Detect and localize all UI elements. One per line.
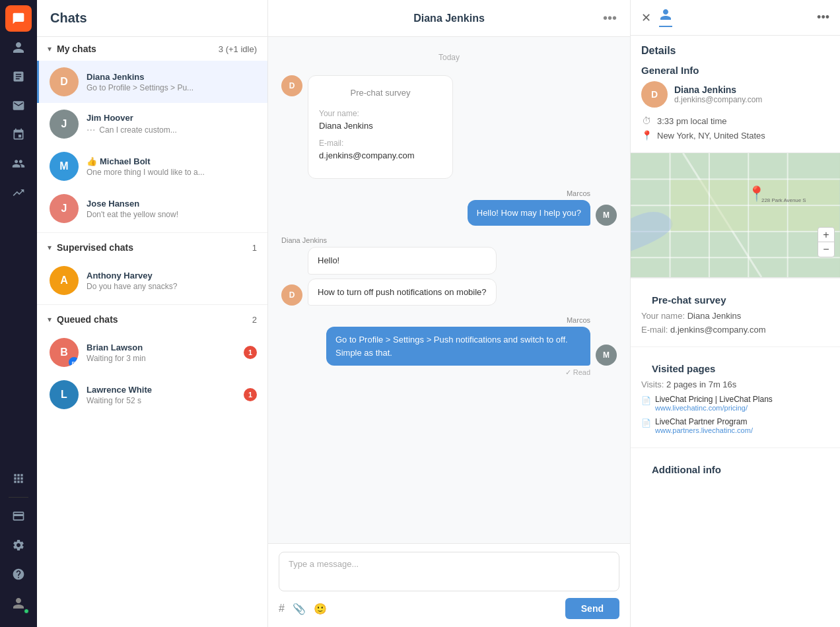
close-panel-button[interactable]: ✕ — [641, 11, 651, 25]
page2-url[interactable]: www.partners.livechatinc.com/ — [655, 426, 753, 434]
pre-chat-survey-section: Pre-chat survey Your name: Diana Jenkins… — [631, 278, 840, 346]
chat-item-jose[interactable]: J Jose Hansen Don't eat the yellow snow! — [37, 187, 267, 230]
msg-sender-diana: Diana Jenkins — [281, 236, 327, 244]
user-status[interactable] — [5, 590, 32, 616]
map-image: 228 Park Avenue S 📍 — [631, 153, 840, 277]
chat-name-jim: Jim Hoover — [87, 113, 257, 123]
avatar-brian: B m — [50, 338, 79, 367]
pre-chat-email-val: d.jenkins@company.com — [670, 325, 765, 335]
survey-bubble: Pre-chat survey Your name: Diana Jenkins… — [308, 75, 453, 179]
svg-rect-12 — [671, 206, 709, 231]
badge-brian: 1 — [244, 346, 257, 359]
chat-preview-jim: ··· Can I create custom... — [87, 124, 257, 136]
chat-info-michael: 👍 Michael Bolt One more thing I would li… — [87, 156, 257, 177]
supervised-chats-header[interactable]: ▾ Supervised chats 1 — [37, 236, 267, 259]
chat-name-brian: Brian Lawson — [87, 343, 244, 352]
visits-summary: Visits: 2 pages in 7m 16s — [641, 380, 829, 389]
panel-more-button[interactable]: ••• — [817, 11, 829, 24]
survey-name-label: Your name: — [319, 108, 442, 119]
read-status: ✓ Read — [565, 368, 590, 377]
chat-item-lawrence[interactable]: L Lawrence White Waiting for 52 s 1 — [37, 374, 267, 416]
map-container: 228 Park Avenue S 📍 + − — [631, 152, 840, 278]
map-pin: 📍 — [748, 185, 765, 203]
page-title: Chats — [50, 11, 254, 26]
map-zoom-in[interactable]: + — [818, 228, 834, 242]
survey-email-label: E-mail: — [319, 137, 442, 149]
nav-settings[interactable] — [5, 532, 32, 558]
chat-item-jim[interactable]: J Jim Hoover ··· Can I create custom... — [37, 103, 267, 145]
attachment-tool[interactable]: 📎 — [293, 603, 306, 615]
msg-avatar-diana: D — [281, 284, 302, 306]
map-zoom-out[interactable]: − — [818, 242, 834, 257]
user-name: Diana Jenkins — [674, 84, 762, 95]
nav-apps[interactable] — [5, 465, 32, 492]
survey-title: Pre-chat survey — [319, 86, 442, 100]
page1-url[interactable]: www.livechatinc.com/pricing/ — [655, 404, 773, 412]
input-placeholder: Type a message... — [289, 559, 359, 569]
nav-campaigns[interactable] — [5, 121, 32, 148]
pre-chat-email-row: E-mail: d.jenkins@company.com — [641, 325, 829, 335]
nav-tickets[interactable] — [5, 92, 32, 119]
visited-title: Visited pages — [641, 355, 829, 380]
svg-rect-11 — [710, 180, 748, 205]
additional-info-section: Additional info — [631, 447, 840, 488]
chat-info-diana: Diana Jenkins Go to Profile > Settings >… — [87, 72, 257, 92]
messages-area: Today D Pre-chat survey Your name: Diana… — [268, 37, 630, 543]
send-button[interactable]: Send — [565, 598, 619, 619]
supervised-chats-count: 1 — [252, 243, 257, 253]
pre-chat-name-label: Your name: — [641, 311, 685, 321]
supervised-chats-chevron: ▾ — [48, 243, 52, 252]
general-info-section: General Info D Diana Jenkins d.jenkins@c… — [631, 62, 840, 152]
chat-item-michael[interactable]: M 👍 Michael Bolt One more thing I would … — [37, 145, 267, 187]
avatar-diana: D — [50, 67, 79, 96]
nav-analytics[interactable] — [5, 180, 32, 206]
message-input-area: Type a message... # 📎 🙂 Send — [268, 543, 630, 627]
hashtag-tool[interactable]: # — [279, 603, 285, 615]
profile-tab-button[interactable] — [659, 8, 672, 27]
general-info-title: General Info — [641, 65, 829, 81]
avatar-lawrence: L — [50, 380, 79, 409]
nav-agents[interactable] — [5, 34, 32, 61]
chat-info-anthony: Anthony Harvey Do you have any snacks? — [87, 271, 257, 291]
nav-help[interactable] — [5, 561, 32, 587]
queued-chats-header[interactable]: ▾ Queued chats 2 — [37, 308, 267, 331]
nav-chats[interactable] — [5, 5, 32, 32]
page2-title: LiveChat Partner Program — [655, 417, 753, 426]
survey-email-value: d.jenkins@company.com — [319, 149, 442, 162]
emoji-tool[interactable]: 🙂 — [314, 603, 327, 615]
page-item-2: 📄 LiveChat Partner Program www.partners.… — [641, 417, 829, 434]
nav-reports[interactable] — [5, 63, 32, 90]
page-info-1: LiveChat Pricing | LiveChat Plans www.li… — [655, 395, 773, 412]
chat-info-jose: Jose Hansen Don't eat the yellow snow! — [87, 199, 257, 219]
chat-item-anthony[interactable]: A Anthony Harvey Do you have any snacks? — [37, 259, 267, 302]
chat-more-button[interactable]: ••• — [603, 11, 617, 26]
msg-group-diana-1: Diana Jenkins D Hello! How to turn off p… — [281, 236, 617, 306]
user-email: d.jenkins@company.com — [674, 95, 762, 104]
my-chats-header[interactable]: ▾ My chats 3 (+1 idle) — [37, 37, 267, 61]
nav-visitors[interactable] — [5, 150, 32, 177]
my-chats-count: 3 (+1 idle) — [219, 44, 257, 54]
msg-sender-marcos-2: Marcos — [567, 316, 590, 324]
chat-item-brian[interactable]: B m Brian Lawson Waiting for 3 min 1 — [37, 331, 267, 374]
chat-name-lawrence: Lawrence White — [87, 385, 244, 395]
msg-sender-marcos-1: Marcos — [567, 189, 590, 197]
visited-pages-section: Visited pages Visits: 2 pages in 7m 16s … — [631, 346, 840, 447]
page-info-2: LiveChat Partner Program www.partners.li… — [655, 417, 753, 434]
chat-preview-jose: Don't eat the yellow snow! — [87, 210, 257, 219]
nav-billing[interactable] — [5, 503, 32, 529]
my-chats-label: My chats — [57, 44, 219, 54]
avatar-michael: M — [50, 152, 79, 181]
queued-chats-label: Queued chats — [57, 314, 252, 325]
chat-item-diana[interactable]: D Diana Jenkins Go to Profile > Settings… — [37, 61, 267, 103]
svg-rect-10 — [671, 180, 709, 205]
chat-preview-anthony: Do you have any snacks? — [87, 282, 257, 291]
chat-name-anthony: Anthony Harvey — [87, 271, 257, 280]
svg-text:228 Park Avenue S: 228 Park Avenue S — [761, 197, 806, 203]
message-input[interactable]: Type a message... — [279, 552, 619, 591]
survey-email-field: E-mail: d.jenkins@company.com — [319, 137, 442, 162]
chat-name-michael: 👍 Michael Bolt — [87, 156, 257, 166]
survey-name-field: Your name: Diana Jenkins — [319, 108, 442, 133]
user-avatar-lg: D — [641, 81, 668, 108]
typing-indicator: ··· — [87, 124, 95, 136]
online-badge — [24, 609, 29, 614]
